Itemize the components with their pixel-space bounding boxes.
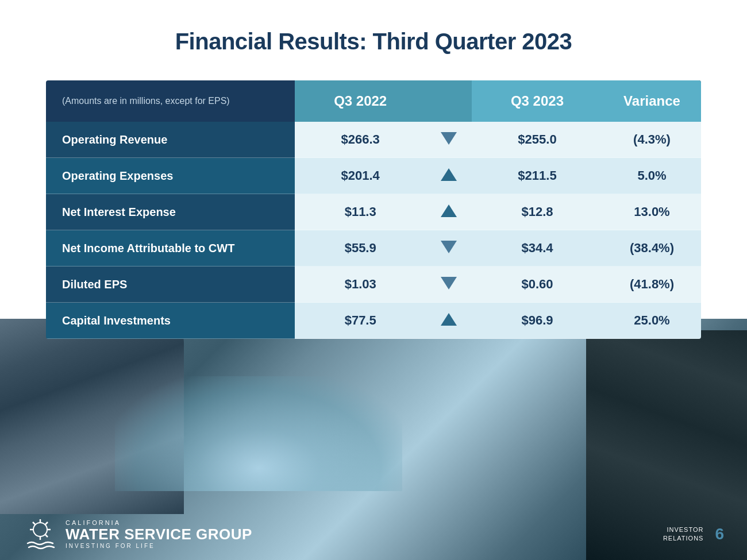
row-arrow-indicator — [426, 230, 472, 267]
page-number: 6 — [715, 525, 724, 543]
row-q3-2023-value: $255.0 — [472, 122, 603, 158]
row-q3-2022-value: $55.9 — [295, 230, 426, 267]
row-arrow-indicator — [426, 158, 472, 194]
row-variance-value: 5.0% — [603, 158, 701, 194]
svg-line-5 — [33, 522, 35, 524]
row-q3-2023-value: $34.4 — [472, 230, 603, 267]
footer-right: INVESTOR RELATIONS 6 — [663, 525, 724, 543]
row-q3-2022-value: $11.3 — [295, 194, 426, 230]
row-label: Net Interest Expense — [46, 194, 295, 230]
table-row: Capital Investments $77.5 $96.9 25.0% — [46, 303, 701, 339]
content-wrapper: Financial Results: Third Quarter 2023 (A… — [0, 0, 747, 339]
row-label: Operating Expenses — [46, 158, 295, 194]
header-variance: Variance — [603, 80, 701, 122]
header-label-col: (Amounts are in millions, except for EPS… — [46, 80, 295, 122]
row-variance-value: (38.4%) — [603, 230, 701, 267]
table-row: Operating Expenses $201.4 $211.5 5.0% — [46, 158, 701, 194]
investor-relations-label: INVESTOR RELATIONS — [663, 526, 704, 543]
arrow-up-icon — [441, 168, 457, 181]
table-row: Net Income Attributable to CWT $55.9 $34… — [46, 230, 701, 267]
header-q3-2023: Q3 2023 — [472, 80, 603, 122]
row-q3-2023-value: $211.5 — [472, 158, 603, 194]
arrow-down-icon — [441, 241, 457, 253]
water-splash-decoration — [115, 376, 402, 491]
row-label: Capital Investments — [46, 303, 295, 339]
table-row: Operating Revenue $266.3 $255.0 (4.3%) — [46, 122, 701, 158]
row-q3-2022-value: $1.03 — [295, 267, 426, 303]
row-q3-2022-value: $266.3 — [295, 122, 426, 158]
table-row: Diluted EPS $1.03 $0.60 (41.8%) — [46, 267, 701, 303]
row-arrow-indicator — [426, 303, 472, 339]
row-q3-2023-value: $12.8 — [472, 194, 603, 230]
arrow-up-icon — [441, 204, 457, 217]
row-variance-value: 13.0% — [603, 194, 701, 230]
row-q3-2022-value: $77.5 — [295, 303, 426, 339]
svg-point-0 — [33, 523, 47, 536]
svg-line-7 — [45, 522, 48, 524]
company-logo: CALIFORNIA WATER SERVICE GROUP INVESTING… — [23, 517, 252, 551]
header-arrow-col — [426, 80, 472, 122]
arrow-down-icon — [441, 132, 457, 145]
table-header-row: (Amounts are in millions, except for EPS… — [46, 80, 701, 122]
row-variance-value: 25.0% — [603, 303, 701, 339]
row-arrow-indicator — [426, 194, 472, 230]
arrow-down-icon — [441, 277, 457, 289]
row-label: Net Income Attributable to CWT — [46, 230, 295, 267]
arrow-up-icon — [441, 313, 457, 326]
row-variance-value: (41.8%) — [603, 267, 701, 303]
row-arrow-indicator — [426, 122, 472, 158]
table-row: Net Interest Expense $11.3 $12.8 13.0% — [46, 194, 701, 230]
row-label: Diluted EPS — [46, 267, 295, 303]
company-name-text: CALIFORNIA WATER SERVICE GROUP INVESTING… — [66, 519, 252, 549]
footer: CALIFORNIA WATER SERVICE GROUP INVESTING… — [0, 508, 747, 560]
row-q3-2023-value: $0.60 — [472, 267, 603, 303]
page-title: Financial Results: Third Quarter 2023 — [46, 29, 701, 55]
row-variance-value: (4.3%) — [603, 122, 701, 158]
row-q3-2022-value: $201.4 — [295, 158, 426, 194]
svg-line-6 — [45, 535, 48, 537]
logo-company-name: WATER SERVICE GROUP — [66, 526, 252, 543]
financial-table: (Amounts are in millions, except for EPS… — [46, 80, 701, 339]
row-label: Operating Revenue — [46, 122, 295, 158]
cwt-logo-icon — [23, 517, 57, 551]
header-q3-2022: Q3 2022 — [295, 80, 426, 122]
row-q3-2023-value: $96.9 — [472, 303, 603, 339]
logo-tagline: INVESTING FOR LIFE — [66, 543, 252, 549]
row-arrow-indicator — [426, 267, 472, 303]
